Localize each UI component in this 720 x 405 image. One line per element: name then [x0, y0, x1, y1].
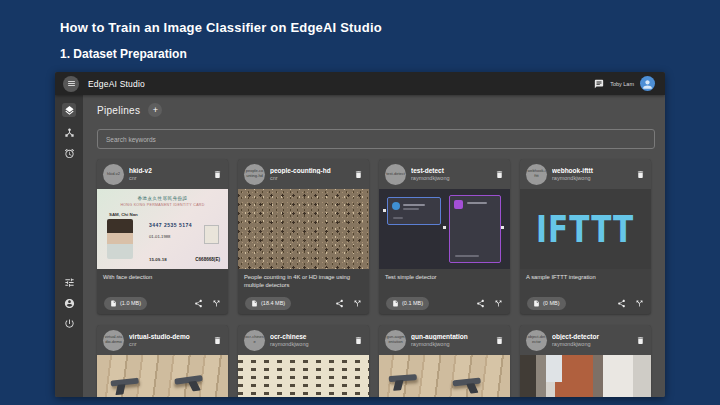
share-icon[interactable]: [476, 299, 485, 308]
pipeline-thumbnail-editor: [379, 189, 510, 269]
delete-icon[interactable]: [354, 336, 363, 345]
menu-button[interactable]: [63, 76, 79, 92]
app-title: EdgeAI Studio: [88, 79, 145, 89]
share-icon[interactable]: [335, 299, 344, 308]
pipeline-avatar: object-detector: [526, 330, 547, 351]
share-icon[interactable]: [194, 299, 203, 308]
sidebar-item-hub[interactable]: [62, 125, 76, 139]
file-icon: [392, 300, 399, 307]
node-text-bar: [403, 204, 425, 206]
delete-icon[interactable]: [636, 170, 645, 179]
sidebar-item-schedule[interactable]: [62, 146, 76, 160]
file-icon: [533, 300, 540, 307]
pipeline-card-ocr-chinese[interactable]: ocr-chinese ocr-chinese raymondkjwong: [238, 325, 369, 397]
card-header: webhook-ifttt webhook-ifttt raymondkjwon…: [520, 159, 651, 189]
pipeline-avatar: gun-augmentation: [385, 330, 406, 351]
editor-handle: [443, 226, 446, 229]
pipeline-owner: cnr: [129, 175, 208, 181]
pipeline-owner: raymondkjwong: [270, 341, 349, 347]
pipeline-owner: cnr: [129, 341, 208, 347]
delete-icon[interactable]: [495, 170, 504, 179]
idcard-dob: 01-01-1988: [149, 234, 170, 239]
editor-node-blue: [387, 197, 441, 225]
delete-icon[interactable]: [213, 170, 222, 179]
app-bar: EdgeAI Studio Toby Lam: [55, 72, 665, 95]
node-text-bar: [403, 208, 419, 210]
file-icon: [251, 300, 258, 307]
card-header: hkid-v2 hkid-v2 cnr: [97, 159, 228, 189]
pipeline-description: A sample IFTTT integration: [520, 269, 651, 292]
pipeline-avatar: test-detect: [385, 164, 406, 185]
pipeline-card-webhook-ifttt[interactable]: webhook-ifttt webhook-ifttt raymondkjwon…: [520, 159, 651, 314]
card-header: ocr-chinese ocr-chinese raymondkjwong: [238, 325, 369, 355]
pipeline-title: ocr-chinese: [270, 333, 349, 340]
pipeline-thumbnail-street: [520, 355, 651, 397]
size-chip[interactable]: (18.4 MB): [245, 297, 291, 310]
pipeline-title: virtual-studio-demo: [129, 333, 208, 340]
fork-icon[interactable]: [212, 299, 221, 308]
delete-icon[interactable]: [354, 170, 363, 179]
share-icon[interactable]: [617, 299, 626, 308]
editor-handle: [501, 226, 504, 229]
fork-icon[interactable]: [494, 299, 503, 308]
size-chip[interactable]: (0.1 MB): [386, 297, 429, 310]
card-footer: (18.4 MB): [238, 292, 369, 314]
pipeline-title: test-detect: [411, 167, 490, 174]
pipeline-thumbnail-crowd: [238, 189, 369, 269]
chat-icon[interactable]: [594, 79, 604, 89]
pipeline-thumbnail-ifttt: IFTTT: [520, 189, 651, 269]
pipeline-title: people-counting-hd: [270, 167, 349, 174]
pipeline-avatar: virtual-studio-demo: [103, 330, 124, 351]
ifttt-logo: IFTTT: [536, 207, 634, 251]
search-input[interactable]: [97, 129, 655, 149]
card-footer: (1.0 MB): [97, 292, 228, 314]
pipeline-card-hkid-v2[interactable]: hkid-v2 hkid-v2 cnr 香港永久性居民身份證 HONG KONG…: [97, 159, 228, 314]
sidebar-item-pipelines[interactable]: [62, 103, 76, 117]
handgun: [450, 375, 482, 394]
pipeline-card-test-detect[interactable]: test-detect test-detect raymondkjwong: [379, 159, 510, 314]
pipeline-owner: raymondkjwong: [552, 175, 631, 181]
card-header: object-detector object-detector raymondk…: [520, 325, 651, 355]
node-text-bar: [467, 202, 487, 204]
pipeline-description: People counting in 4K or HD image using …: [238, 269, 369, 292]
delete-icon[interactable]: [636, 336, 645, 345]
fork-icon[interactable]: [353, 299, 362, 308]
pipeline-card-object-detector[interactable]: object-detector object-detector raymondk…: [520, 325, 651, 397]
pipeline-title: hkid-v2: [129, 167, 208, 174]
delete-icon[interactable]: [213, 336, 222, 345]
sidebar-item-settings[interactable]: [62, 275, 76, 289]
sidebar: [55, 95, 83, 397]
pipeline-thumbnail-guns: [379, 355, 510, 397]
pipeline-owner: raymondkjwong: [552, 341, 631, 347]
sidebar-item-account[interactable]: [62, 296, 76, 310]
idcard-name: SAM, Chi Nan: [109, 212, 138, 217]
page-title: Pipelines: [97, 105, 140, 116]
file-icon: [110, 300, 117, 307]
node-text-bar: [455, 255, 479, 257]
delete-icon[interactable]: [495, 336, 504, 345]
pipeline-grid: hkid-v2 hkid-v2 cnr 香港永久性居民身份證 HONG KONG…: [97, 159, 651, 397]
node-text-bar: [393, 217, 403, 219]
slide-title: How to Train an Image Classifier on Edge…: [60, 20, 382, 35]
pipeline-avatar: people-counting-hd: [244, 164, 265, 185]
idcard-title-en: HONG KONG PERMANENT IDENTITY CARD: [97, 203, 228, 207]
idcard-title-cn: 香港永久性居民身份證: [97, 196, 228, 201]
appbar-right: Toby Lam: [594, 76, 655, 91]
edgeai-studio-window: EdgeAI Studio Toby Lam: [55, 72, 665, 397]
fork-icon[interactable]: [635, 299, 644, 308]
card-footer: (0.1 MB): [379, 292, 510, 314]
card-header: people-counting-hd people-counting-hd cn…: [238, 159, 369, 189]
pipeline-card-gun-augmentation[interactable]: gun-augmentation gun-augmentation raymon…: [379, 325, 510, 397]
user-avatar[interactable]: [640, 76, 655, 91]
pipeline-description: With face detection: [97, 269, 228, 292]
street-sky: [546, 355, 562, 382]
sidebar-item-logout[interactable]: [62, 316, 76, 330]
slide-subtitle: 1. Dataset Preparation: [60, 47, 187, 61]
window-body: Pipelines + hkid-v2 hkid-v2 cnr: [55, 95, 665, 397]
person-icon: [641, 78, 654, 91]
pipeline-card-virtual-studio-demo[interactable]: virtual-studio-demo virtual-studio-demo …: [97, 325, 228, 397]
add-pipeline-button[interactable]: +: [148, 103, 162, 117]
size-chip[interactable]: (0 MB): [527, 297, 566, 310]
size-chip[interactable]: (1.0 MB): [104, 297, 147, 310]
pipeline-card-people-counting-hd[interactable]: people-counting-hd people-counting-hd cn…: [238, 159, 369, 314]
